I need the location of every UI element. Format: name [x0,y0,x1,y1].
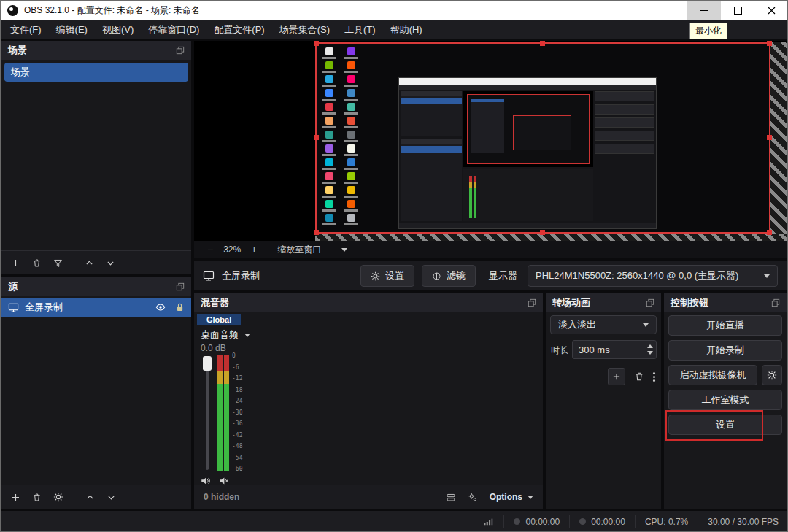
spin-up-icon[interactable] [647,344,653,348]
resize-handle[interactable] [314,135,319,140]
meter-tick-label: -48 [232,443,242,450]
visibility-eye-icon[interactable] [155,302,166,312]
dock-popout-icon[interactable] [646,298,654,307]
desktop-icon [343,131,359,142]
mixer-global-tab[interactable]: Global [197,314,241,325]
desktop-icon [343,200,359,212]
resize-handle[interactable] [540,230,545,235]
cpu-usage: CPU: 0.7% [635,515,698,528]
start-recording-button[interactable]: 开始录制 [668,340,782,361]
maximize-button[interactable] [721,0,754,20]
fader-handle[interactable] [203,356,212,371]
out-of-canvas-hatch [315,234,787,241]
desktop-icon [343,158,359,170]
add-scene-button[interactable] [11,258,20,268]
meter-tick-label: -42 [232,432,242,439]
mixer-config-gear-icon[interactable] [468,493,478,502]
move-scene-up-button[interactable] [85,258,94,268]
preview-canvas[interactable] [194,41,787,241]
mixer-options-dropdown[interactable]: Options [490,492,533,502]
meter-tick-label: -12 [232,375,242,382]
menu-profile[interactable]: 配置文件(P) [206,23,271,36]
desktop-icon [321,172,337,184]
dock-popout-icon[interactable] [771,298,780,307]
menu-tools[interactable]: 工具(T) [337,23,383,36]
scenes-toolbar [1,250,191,274]
desktop-icon [343,214,359,225]
resize-handle[interactable] [767,135,772,140]
remove-source-button[interactable] [32,493,42,502]
desktop-icon [343,89,359,101]
zoom-fit-dropdown[interactable]: 缩放至窗口 [277,244,347,256]
menu-docks[interactable]: 停靠窗口(D) [141,23,206,36]
resize-handle[interactable] [540,41,545,46]
meter-bar [217,355,223,471]
resize-handle[interactable] [767,41,772,46]
scene-filters-button[interactable] [53,258,63,268]
desktop-icon [321,214,337,225]
display-capture-preview[interactable] [315,42,770,234]
signal-bars-icon [483,517,494,527]
sources-dock-header: 源 [1,277,191,296]
duration-spinner[interactable]: 300 ms [572,340,657,359]
scenes-dock: 场景 场景 [1,41,191,274]
start-streaming-button[interactable]: 开始直播 [668,315,782,336]
controls-dock-title: 控制按钮 [671,296,708,309]
dock-popout-icon[interactable] [528,298,536,307]
dock-popout-icon[interactable] [176,282,185,291]
dock-popout-icon[interactable] [176,46,185,55]
menu-view[interactable]: 视图(V) [95,23,141,36]
menu-edit[interactable]: 编辑(E) [49,23,95,36]
meter-scale: 0-6-12-18-24-30-36-42-48-54-60 [232,352,242,472]
resize-handle[interactable] [314,230,319,235]
mixer-layout-icon[interactable] [446,493,456,502]
mixer-dock-header: 混音器 [194,293,543,312]
spin-down-icon[interactable] [647,351,653,355]
start-virtual-camera-button[interactable]: 启动虚拟摄像机 [668,365,757,385]
lock-icon[interactable] [175,302,185,312]
resize-handle[interactable] [767,230,772,235]
zoom-in-button[interactable]: + [248,244,260,255]
menu-scene-collection[interactable]: 场景集合(S) [272,23,337,36]
maximize-icon [734,7,742,15]
desktop-icon [343,61,359,73]
source-settings-button[interactable]: 设置 [360,265,414,287]
move-source-down-button[interactable] [107,493,116,502]
mixer-channel-dropdown[interactable]: 桌面音频 [201,328,250,342]
settings-button[interactable]: 设置 [668,415,782,435]
preview-zoom-bar: − 32% + 缩放至窗口 [194,241,787,258]
scenes-dock-header: 场景 [1,41,191,60]
minimize-button[interactable] [687,0,721,20]
display-select[interactable]: PHL24M1N5500Z: 2560x1440 @ 0,0 (主显示器) [528,265,778,287]
virtual-camera-config-button[interactable] [762,365,782,385]
move-scene-down-button[interactable] [106,258,115,268]
menu-file[interactable]: 文件(F) [3,23,49,36]
source-quick-toolbar: 全屏录制 设置 滤镜 显示器 PHL24M1N5500Z: 2560x1440 … [194,261,787,290]
source-filters-button[interactable]: 滤镜 [422,265,476,287]
gear-icon [767,370,777,380]
scene-list-item[interactable]: 场景 [4,63,188,82]
resize-handle[interactable] [314,41,319,46]
transition-properties-icon[interactable] [653,376,655,378]
meter-tick-label: -30 [232,409,242,416]
add-source-button[interactable] [11,493,20,502]
zoom-out-button[interactable]: − [204,244,216,255]
desktop-icon [343,75,359,87]
gear-icon [371,271,380,281]
transitions-dock-header: 转场动画 [546,293,661,312]
remove-transition-button[interactable] [634,371,644,382]
volume-fader[interactable] [201,356,213,471]
transition-select[interactable]: 淡入淡出 [550,315,657,334]
move-source-up-button[interactable] [85,493,95,502]
menu-help[interactable]: 帮助(H) [383,23,430,36]
studio-mode-button[interactable]: 工作室模式 [668,390,782,410]
nested-preview [463,91,593,167]
mixer-dock-title: 混音器 [201,296,229,309]
add-transition-button[interactable] [608,368,625,385]
close-button[interactable] [754,0,788,20]
remove-scene-button[interactable] [32,258,42,268]
audio-mixer-dock: 混音器 Global 桌面音频 0.0 dB 0-6-12-18-24-30-3… [194,293,543,509]
source-properties-gear-button[interactable] [53,492,63,502]
sources-dock-title: 源 [8,280,18,293]
source-list-item[interactable]: 全屏录制 [1,298,191,317]
